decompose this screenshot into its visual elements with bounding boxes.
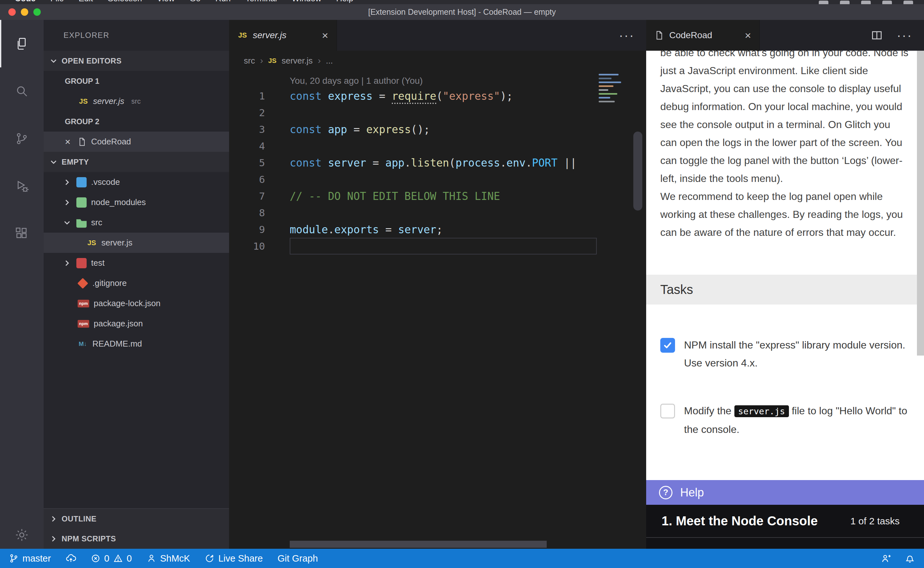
task-text-before: Modify the	[684, 405, 734, 417]
tree-item-node-modules[interactable]: node_modules	[44, 192, 229, 213]
menu-item-terminal[interactable]: Terminal	[246, 0, 277, 4]
live-share-item[interactable]: Live Share	[205, 553, 263, 564]
code-token: (	[436, 90, 443, 103]
menu-item-edit[interactable]: Edit	[78, 0, 93, 4]
search-icon[interactable]	[0, 67, 44, 115]
more-actions-icon[interactable]: ···	[619, 29, 635, 42]
menubar-icon[interactable]	[861, 1, 871, 4]
checkbox-unchecked[interactable]	[660, 404, 675, 418]
breadcrumb-symbol[interactable]: ...	[326, 56, 333, 66]
split-editor-icon[interactable]	[871, 30, 883, 41]
close-icon[interactable]: ×	[745, 29, 751, 42]
menu-item-selection[interactable]: Selection	[108, 0, 142, 4]
line-number: 4	[229, 140, 265, 152]
help-section[interactable]: ? Help	[646, 480, 924, 505]
code-line[interactable]: 8	[229, 204, 646, 221]
code-line[interactable]: 7 // -- DO NOT EDIT BELOW THIS LINE	[229, 188, 646, 204]
code-line[interactable]: 6	[229, 171, 646, 188]
tree-item-label: package.json	[94, 319, 143, 329]
explorer-icon[interactable]	[0, 20, 44, 67]
close-icon[interactable]: ×	[322, 29, 328, 42]
coderoad-panel: CodeRoad × ··· be able to check what’s g…	[646, 20, 924, 549]
task-item-2: Modify the server.js file to log "Hello …	[660, 402, 908, 438]
section-open-editors[interactable]: OPEN EDITORS	[44, 51, 229, 71]
horizontal-scrollbar[interactable]	[290, 541, 547, 548]
publish-item[interactable]	[66, 553, 76, 563]
section-label: OUTLINE	[62, 514, 96, 523]
source-control-icon[interactable]	[0, 115, 44, 162]
section-outline[interactable]: OUTLINE	[44, 508, 229, 529]
tab-server-js[interactable]: JS server.js ×	[229, 20, 337, 51]
tree-item-label: package-lock.json	[94, 298, 160, 308]
menubar-icon[interactable]	[903, 1, 913, 4]
breadcrumb-server-js[interactable]: server.js	[282, 56, 313, 66]
tasks-header-label: Tasks	[660, 282, 693, 297]
markdown-icon: M↓	[78, 339, 88, 349]
notifications-bell-icon[interactable]	[905, 553, 915, 563]
minimap[interactable]	[597, 72, 626, 107]
code-token: "express"	[443, 90, 500, 103]
menubar-icon[interactable]	[882, 1, 892, 4]
close-window-button[interactable]	[8, 8, 16, 16]
tree-item-readme-md[interactable]: M↓ README.md	[44, 334, 229, 354]
code-line[interactable]: 9 module.exports = server;	[229, 221, 646, 238]
editor-scrollbar[interactable]	[633, 131, 642, 210]
tree-item-label: test	[91, 258, 105, 268]
minimize-window-button[interactable]	[21, 8, 28, 16]
more-actions-icon[interactable]: ···	[897, 29, 912, 42]
tree-item-gitignore[interactable]: .gitignore	[44, 273, 229, 293]
git-graph-item[interactable]: Git Graph	[277, 553, 318, 564]
git-branch-item[interactable]: master	[9, 553, 51, 564]
settings-gear-icon[interactable]	[14, 527, 29, 542]
menu-item-code[interactable]: Code	[15, 0, 36, 4]
zoom-window-button[interactable]	[33, 8, 41, 16]
tree-item-src[interactable]: src	[44, 213, 229, 233]
menu-item-go[interactable]: Go	[190, 0, 201, 4]
panel-tab-bar: CodeRoad × ···	[646, 20, 924, 51]
extensions-icon[interactable]	[0, 210, 44, 257]
open-editor-server-js[interactable]: JS server.js src	[44, 91, 229, 111]
section-npm-scripts[interactable]: NPM SCRIPTS	[44, 529, 229, 549]
section-empty-workspace[interactable]: EMPTY	[44, 152, 229, 172]
code-line[interactable]: 2	[229, 104, 646, 121]
menu-item-run[interactable]: Run	[215, 0, 231, 4]
menu-item-window[interactable]: Window	[292, 0, 321, 4]
menubar-icon[interactable]	[840, 1, 850, 4]
cloud-upload-icon	[66, 553, 76, 563]
menu-item-help[interactable]: Help	[336, 0, 353, 4]
code-line[interactable]: 4	[229, 137, 646, 154]
problems-item[interactable]: 0 0	[91, 553, 132, 564]
tree-item-package-lock-json[interactable]: npm package-lock.json	[44, 293, 229, 314]
js-icon: JS	[87, 238, 97, 248]
tree-item-test[interactable]: test	[44, 253, 229, 273]
breadcrumb-src[interactable]: src	[244, 56, 255, 66]
feedback-person-icon[interactable]	[881, 553, 891, 563]
inline-code: server.js	[734, 405, 789, 417]
webview-scrollbar[interactable]	[917, 51, 924, 355]
run-debug-icon[interactable]	[0, 162, 44, 210]
code-token: exports	[334, 224, 379, 236]
code-line[interactable]: 3 const app = express();	[229, 121, 646, 137]
code-token: ;	[436, 224, 443, 236]
code-token: .	[328, 224, 334, 236]
tree-item-vscode[interactable]: .vscode	[44, 172, 229, 192]
code-token: const	[290, 157, 321, 169]
code-editor[interactable]: You, 20 days ago | 1 author (You) 1 cons…	[229, 71, 646, 549]
open-editors-group-2: GROUP 2	[44, 111, 229, 131]
chevron-down-icon	[49, 157, 59, 167]
tree-item-package-json[interactable]: npm package.json	[44, 314, 229, 334]
menubar-icon[interactable]	[819, 1, 828, 4]
menu-item-file[interactable]: File	[50, 0, 64, 4]
code-line[interactable]: 5 const server = app.listen(process.env.…	[229, 154, 646, 171]
checkbox-checked[interactable]	[660, 338, 675, 353]
menu-item-view[interactable]: View	[157, 0, 175, 4]
error-icon	[91, 554, 100, 563]
user-item[interactable]: ShMcK	[147, 553, 190, 564]
code-line[interactable]: 1 const express = require("express");	[229, 88, 646, 104]
close-icon[interactable]: ×	[62, 136, 73, 147]
help-label: Help	[680, 486, 704, 499]
open-editor-coderoad[interactable]: × CodeRoad	[44, 131, 229, 152]
tab-coderoad[interactable]: CodeRoad ×	[646, 20, 760, 51]
tree-item-server-js[interactable]: JS server.js	[44, 233, 229, 253]
sidebar-bottom-sections: OUTLINE NPM SCRIPTS	[44, 508, 229, 549]
